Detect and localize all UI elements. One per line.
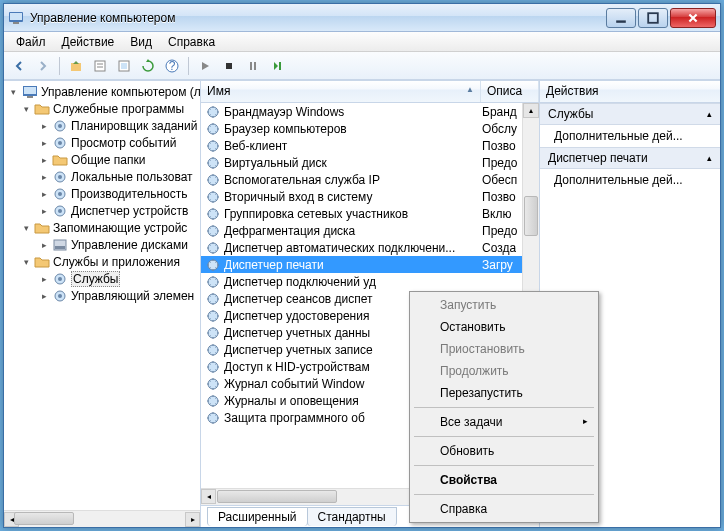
menu-action[interactable]: Действие <box>54 33 123 51</box>
restart-button[interactable] <box>266 55 288 77</box>
collapse-icon[interactable]: ▾ <box>8 86 20 98</box>
tree-group[interactable]: ▾Службы и приложения <box>4 253 200 270</box>
context-item: Продолжить <box>412 360 596 382</box>
service-row[interactable]: Диспетчер печатиЗагру <box>201 256 539 273</box>
menu-view[interactable]: Вид <box>122 33 160 51</box>
svg-point-27 <box>58 192 62 196</box>
actions-section[interactable]: Службы▴ <box>540 103 720 125</box>
context-item[interactable]: Остановить <box>412 316 596 338</box>
context-item: Приостановить <box>412 338 596 360</box>
menu-help[interactable]: Справка <box>160 33 223 51</box>
tree-root[interactable]: ▾Управление компьютером (л <box>4 83 200 100</box>
menubar: Файл Действие Вид Справка <box>4 32 720 52</box>
service-desc: Созда <box>482 241 516 255</box>
service-row[interactable]: Виртуальный дискПредо <box>201 154 539 171</box>
expand-icon[interactable]: ▸ <box>38 137 50 149</box>
window: Управление компьютером Файл Действие Вид… <box>3 3 721 528</box>
tree-item[interactable]: ▸Планировщик заданий <box>4 117 200 134</box>
maximize-button[interactable] <box>638 8 668 28</box>
svg-rect-1 <box>10 13 22 20</box>
expand-icon[interactable]: ▸ <box>38 171 50 183</box>
expand-icon[interactable]: ▸ <box>38 273 50 285</box>
context-item[interactable]: Справка <box>412 498 596 520</box>
tree-group[interactable]: ▾Служебные программы <box>4 100 200 117</box>
close-button[interactable] <box>670 8 716 28</box>
action-link[interactable]: Дополнительные дей... <box>540 169 720 191</box>
scroll-right-icon[interactable]: ▸ <box>185 512 200 527</box>
back-button[interactable] <box>8 55 30 77</box>
tree-panel: ▾Управление компьютером (л▾Служебные про… <box>4 81 201 527</box>
tab-extended[interactable]: Расширенный <box>207 507 308 526</box>
tab-standard[interactable]: Стандартны <box>307 507 397 526</box>
service-name: Браузер компьютеров <box>224 122 482 136</box>
svg-point-25 <box>58 175 62 179</box>
actions-section[interactable]: Диспетчер печати▴ <box>540 147 720 169</box>
forward-button[interactable] <box>32 55 54 77</box>
menu-file[interactable]: Файл <box>8 33 54 51</box>
column-name[interactable]: Имя <box>201 81 481 102</box>
client-area: ▾Управление компьютером (л▾Служебные про… <box>4 80 720 527</box>
titlebar[interactable]: Управление компьютером <box>4 4 720 32</box>
scroll-up-icon[interactable]: ▴ <box>523 103 539 118</box>
export-button[interactable] <box>113 55 135 77</box>
service-row[interactable]: Веб-клиентПозво <box>201 137 539 154</box>
column-desc[interactable]: Описа <box>481 81 539 102</box>
service-row[interactable]: Браузер компьютеровОбслу <box>201 120 539 137</box>
tree-item[interactable]: ▸Диспетчер устройств <box>4 202 200 219</box>
service-row[interactable]: Вспомогательная служба IPОбесп <box>201 171 539 188</box>
stop-button[interactable] <box>218 55 240 77</box>
properties-button[interactable] <box>89 55 111 77</box>
tree-group[interactable]: ▾Запоминающие устройс <box>4 219 200 236</box>
action-link[interactable]: Дополнительные дей... <box>540 125 720 147</box>
tree-item[interactable]: ▸Управляющий элемен <box>4 287 200 304</box>
tree-item[interactable]: ▸Производительность <box>4 185 200 202</box>
collapse-icon[interactable]: ▾ <box>20 256 32 268</box>
context-menu[interactable]: ЗапуститьОстановитьПриостановитьПродолжи… <box>409 291 599 523</box>
context-item: Запустить <box>412 294 596 316</box>
scroll-thumb[interactable] <box>217 490 337 503</box>
scroll-thumb[interactable] <box>14 512 74 525</box>
svg-text:?: ? <box>169 59 176 73</box>
expand-icon[interactable]: ▸ <box>38 239 50 251</box>
toolbar-separator <box>59 57 60 75</box>
expand-icon[interactable]: ▸ <box>38 154 50 166</box>
expand-icon[interactable]: ▸ <box>38 205 50 217</box>
expand-icon[interactable]: ▸ <box>38 120 50 132</box>
scroll-thumb[interactable] <box>524 196 538 236</box>
context-item[interactable]: Все задачи▸ <box>412 411 596 433</box>
collapse-icon[interactable]: ▾ <box>20 222 32 234</box>
expand-icon[interactable]: ▸ <box>38 290 50 302</box>
tree-item[interactable]: ▸Службы <box>4 270 200 287</box>
pause-button[interactable] <box>242 55 264 77</box>
collapse-icon[interactable]: ▾ <box>20 103 32 115</box>
service-name: Веб-клиент <box>224 139 482 153</box>
expand-icon[interactable]: ▸ <box>38 188 50 200</box>
service-name: Виртуальный диск <box>224 156 482 170</box>
tree-hscrollbar[interactable]: ◂ ▸ <box>4 510 200 527</box>
tree-item[interactable]: ▸Управление дисками <box>4 236 200 253</box>
refresh-button[interactable] <box>137 55 159 77</box>
up-button[interactable] <box>65 55 87 77</box>
tree-item[interactable]: ▸Локальные пользоват <box>4 168 200 185</box>
context-item[interactable]: Свойства <box>412 469 596 491</box>
svg-point-29 <box>58 209 62 213</box>
tree-item[interactable]: ▸Просмотр событий <box>4 134 200 151</box>
service-row[interactable]: Группировка сетевых участниковВклю <box>201 205 539 222</box>
menu-separator <box>414 407 594 408</box>
svg-point-33 <box>58 277 62 281</box>
service-row[interactable]: Дефрагментация дискаПредо <box>201 222 539 239</box>
play-button[interactable] <box>194 55 216 77</box>
service-row[interactable]: Диспетчер автоматических подключени...Со… <box>201 239 539 256</box>
scroll-left-icon[interactable]: ◂ <box>201 489 216 504</box>
service-row[interactable]: Диспетчер подключений уд <box>201 273 539 290</box>
help-button[interactable]: ? <box>161 55 183 77</box>
context-item[interactable]: Перезапустить <box>412 382 596 404</box>
service-row[interactable]: Брандмауэр WindowsБранд <box>201 103 539 120</box>
tree-item[interactable]: ▸Общие папки <box>4 151 200 168</box>
service-row[interactable]: Вторичный вход в системуПозво <box>201 188 539 205</box>
minimize-button[interactable] <box>606 8 636 28</box>
tree-label: Производительность <box>71 187 187 201</box>
context-item[interactable]: Обновить <box>412 440 596 462</box>
context-label: Приостановить <box>440 342 525 356</box>
tree-body[interactable]: ▾Управление компьютером (л▾Служебные про… <box>4 81 200 510</box>
